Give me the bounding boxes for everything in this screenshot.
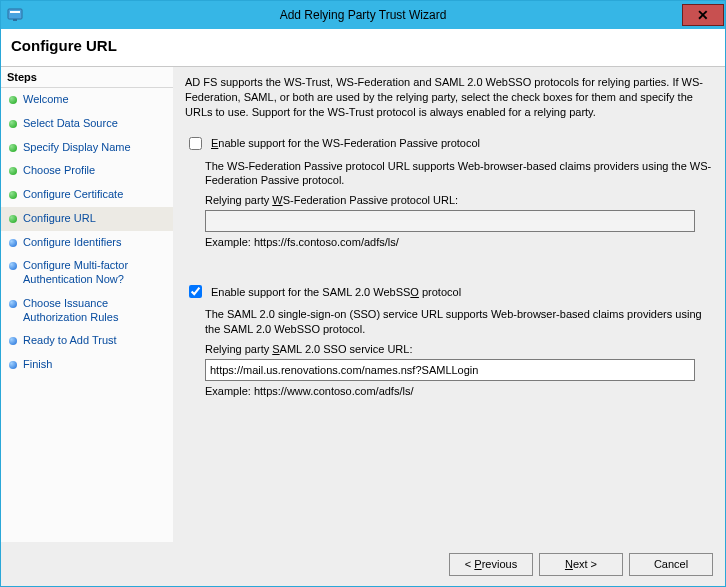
step-configure-multi-factor-authentication-now[interactable]: Configure Multi-factor Authentication No… — [1, 254, 173, 292]
step-bullet-icon — [9, 239, 17, 247]
wsfed-description: The WS-Federation Passive protocol URL s… — [205, 159, 713, 189]
step-label: Finish — [23, 358, 52, 372]
saml-description: The SAML 2.0 single-sign-on (SSO) servic… — [205, 307, 713, 337]
step-bullet-icon — [9, 191, 17, 199]
wsfed-checkbox-text: Enable support for the WS-Federation Pas… — [211, 137, 480, 149]
step-label: Configure Identifiers — [23, 236, 121, 250]
saml-checkbox[interactable] — [189, 285, 202, 298]
wsfed-url-label: Relying party WS-Federation Passive prot… — [205, 194, 713, 206]
step-ready-to-add-trust[interactable]: Ready to Add Trust — [1, 329, 173, 353]
saml-url-label: Relying party SAML 2.0 SSO service URL: — [205, 343, 713, 355]
content-pane: AD FS supports the WS-Trust, WS-Federati… — [173, 67, 725, 542]
step-specify-display-name[interactable]: Specify Display Name — [1, 136, 173, 160]
wsfed-checkbox-label[interactable]: Enable support for the WS-Federation Pas… — [185, 134, 713, 153]
step-bullet-icon — [9, 337, 17, 345]
wizard-window: Add Relying Party Trust Wizard ✕ Configu… — [0, 0, 726, 587]
steps-sidebar: Steps WelcomeSelect Data SourceSpecify D… — [1, 67, 173, 542]
step-select-data-source[interactable]: Select Data Source — [1, 112, 173, 136]
step-configure-url[interactable]: Configure URL — [1, 207, 173, 231]
step-bullet-icon — [9, 215, 17, 223]
steps-heading: Steps — [1, 67, 173, 88]
page-title: Configure URL — [11, 37, 715, 54]
step-label: Choose Profile — [23, 164, 95, 178]
step-choose-profile[interactable]: Choose Profile — [1, 159, 173, 183]
saml-checkbox-text: Enable support for the SAML 2.0 WebSSO p… — [211, 286, 461, 298]
cancel-button[interactable]: Cancel — [629, 553, 713, 576]
step-label: Welcome — [23, 93, 69, 107]
page-header: Configure URL — [1, 29, 725, 67]
step-label: Configure URL — [23, 212, 96, 226]
saml-section: Enable support for the SAML 2.0 WebSSO p… — [185, 282, 713, 397]
step-finish[interactable]: Finish — [1, 353, 173, 377]
titlebar[interactable]: Add Relying Party Trust Wizard ✕ — [1, 1, 725, 29]
wsfed-example: Example: https://fs.contoso.com/adfs/ls/ — [205, 236, 713, 248]
step-configure-certificate[interactable]: Configure Certificate — [1, 183, 173, 207]
step-welcome[interactable]: Welcome — [1, 88, 173, 112]
footer: < Previous Next > Cancel — [1, 542, 725, 586]
step-bullet-icon — [9, 96, 17, 104]
saml-checkbox-label[interactable]: Enable support for the SAML 2.0 WebSSO p… — [185, 282, 713, 301]
step-label: Configure Certificate — [23, 188, 123, 202]
intro-text: AD FS supports the WS-Trust, WS-Federati… — [185, 75, 713, 120]
step-label: Ready to Add Trust — [23, 334, 117, 348]
step-bullet-icon — [9, 144, 17, 152]
next-button[interactable]: Next > — [539, 553, 623, 576]
saml-example: Example: https://www.contoso.com/adfs/ls… — [205, 385, 713, 397]
step-label: Configure Multi-factor Authentication No… — [23, 259, 167, 287]
step-label: Choose Issuance Authorization Rules — [23, 297, 167, 325]
step-configure-identifiers[interactable]: Configure Identifiers — [1, 231, 173, 255]
window-title: Add Relying Party Trust Wizard — [1, 8, 725, 22]
wsfed-section: Enable support for the WS-Federation Pas… — [185, 134, 713, 249]
step-label: Specify Display Name — [23, 141, 131, 155]
step-bullet-icon — [9, 120, 17, 128]
step-bullet-icon — [9, 300, 17, 308]
step-bullet-icon — [9, 167, 17, 175]
step-bullet-icon — [9, 262, 17, 270]
step-bullet-icon — [9, 361, 17, 369]
wizard-body: Steps WelcomeSelect Data SourceSpecify D… — [1, 67, 725, 542]
step-choose-issuance-authorization-rules[interactable]: Choose Issuance Authorization Rules — [1, 292, 173, 330]
step-label: Select Data Source — [23, 117, 118, 131]
wsfed-url-input[interactable] — [205, 210, 695, 232]
saml-url-input[interactable] — [205, 359, 695, 381]
previous-button[interactable]: < Previous — [449, 553, 533, 576]
wsfed-checkbox[interactable] — [189, 137, 202, 150]
